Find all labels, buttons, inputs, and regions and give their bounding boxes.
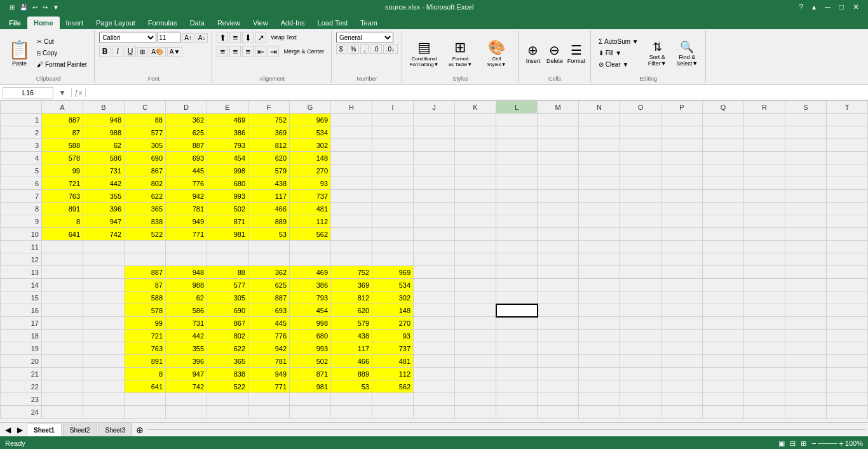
row-header-10[interactable]: 10 (1, 228, 42, 241)
cell-P5[interactable] (661, 164, 703, 177)
cell-T3[interactable] (827, 139, 868, 152)
decrease-indent-btn[interactable]: ⇤ (255, 46, 266, 57)
cell-F21[interactable]: 949 (248, 368, 290, 380)
cell-O11[interactable] (620, 241, 661, 253)
col-header-M[interactable]: M (538, 101, 579, 114)
cell-N2[interactable] (579, 126, 620, 139)
cell-P15[interactable] (661, 292, 703, 304)
cell-J12[interactable] (414, 253, 455, 266)
cell-L20[interactable] (496, 355, 538, 368)
cell-I15[interactable]: 302 (372, 292, 414, 304)
cell-B14[interactable] (83, 279, 125, 292)
cell-T12[interactable] (827, 253, 868, 266)
cell-Q13[interactable] (703, 266, 744, 279)
cell-M18[interactable] (538, 330, 579, 342)
cell-D17[interactable]: 731 (166, 317, 207, 330)
cell-O10[interactable] (620, 228, 661, 241)
cell-Q2[interactable] (703, 126, 744, 139)
decrease-decimal-btn[interactable]: .0↓ (383, 44, 398, 54)
font-size-input[interactable] (158, 32, 180, 43)
cell-P14[interactable] (661, 279, 703, 292)
cell-H22[interactable]: 53 (331, 380, 372, 393)
col-header-E[interactable]: E (207, 101, 248, 114)
sheet-tab-sheet1[interactable]: Sheet1 (27, 424, 62, 436)
col-header-R[interactable]: R (744, 101, 785, 114)
cell-L1[interactable] (496, 114, 538, 126)
tab-file[interactable]: File (3, 17, 27, 29)
border-button[interactable]: ⊞ (137, 47, 147, 57)
cell-Q1[interactable] (703, 114, 744, 126)
cell-A13[interactable] (42, 266, 83, 279)
cell-I1[interactable] (372, 114, 414, 126)
cell-E18[interactable]: 802 (207, 330, 248, 342)
cell-M21[interactable] (538, 368, 579, 380)
row-header-12[interactable]: 12 (1, 253, 42, 266)
align-middle-btn[interactable]: ≡ (229, 32, 241, 43)
cell-J17[interactable] (414, 317, 455, 330)
cell-T19[interactable] (827, 342, 868, 355)
cell-L18[interactable] (496, 330, 538, 342)
cell-B3[interactable]: 62 (83, 139, 125, 152)
cell-P12[interactable] (661, 253, 703, 266)
cell-E4[interactable]: 454 (207, 152, 248, 164)
cell-F23[interactable] (248, 393, 290, 406)
add-sheet-btn[interactable]: ⊕ (133, 425, 146, 435)
row-header-6[interactable]: 6 (1, 177, 42, 190)
cell-E11[interactable] (207, 241, 248, 253)
tab-page-layout[interactable]: Page Layout (90, 17, 142, 29)
cell-Q23[interactable] (703, 393, 744, 406)
cell-A12[interactable] (42, 253, 83, 266)
cell-F2[interactable]: 369 (248, 126, 290, 139)
cell-Q7[interactable] (703, 190, 744, 203)
tab-loadtest[interactable]: Load Test (311, 17, 355, 29)
formula-input[interactable] (88, 89, 865, 97)
cell-J7[interactable] (414, 190, 455, 203)
cell-E24[interactable] (207, 406, 248, 419)
comma-btn[interactable]: , (360, 44, 369, 54)
cell-J24[interactable] (414, 406, 455, 419)
cell-H5[interactable] (331, 164, 372, 177)
cell-I17[interactable]: 270 (372, 317, 414, 330)
cell-D3[interactable]: 887 (166, 139, 207, 152)
cell-N22[interactable] (579, 380, 620, 393)
cell-H7[interactable] (331, 190, 372, 203)
number-format-select[interactable]: General (336, 32, 393, 43)
scroll-tabs-right[interactable]: ▶ (15, 426, 25, 434)
insert-btn[interactable]: ⊕ Insert (523, 36, 543, 71)
cell-N24[interactable] (579, 406, 620, 419)
cell-C20[interactable]: 891 (125, 355, 166, 368)
cell-M4[interactable] (538, 152, 579, 164)
cell-Q3[interactable] (703, 139, 744, 152)
cell-G12[interactable] (290, 253, 331, 266)
cell-G14[interactable]: 386 (290, 279, 331, 292)
cell-G2[interactable]: 534 (290, 126, 331, 139)
cell-H15[interactable]: 812 (331, 292, 372, 304)
cell-G8[interactable]: 481 (290, 203, 331, 215)
cell-A2[interactable]: 87 (42, 126, 83, 139)
cell-C3[interactable]: 305 (125, 139, 166, 152)
cell-A4[interactable]: 578 (42, 152, 83, 164)
col-header-L[interactable]: L (496, 101, 538, 114)
tab-formulas[interactable]: Formulas (142, 17, 184, 29)
cell-L16[interactable] (496, 304, 538, 317)
cell-B20[interactable] (83, 355, 125, 368)
cell-E10[interactable]: 981 (207, 228, 248, 241)
cell-K14[interactable] (455, 279, 496, 292)
cell-G19[interactable]: 993 (290, 342, 331, 355)
cell-C24[interactable] (125, 406, 166, 419)
redo-btn[interactable]: ↪ (41, 3, 50, 11)
expand-formula-icon[interactable]: ▼ (56, 88, 69, 97)
cell-F8[interactable]: 466 (248, 203, 290, 215)
cell-T8[interactable] (827, 203, 868, 215)
cell-N12[interactable] (579, 253, 620, 266)
cell-E17[interactable]: 867 (207, 317, 248, 330)
cell-I16[interactable]: 148 (372, 304, 414, 317)
cell-E7[interactable]: 993 (207, 190, 248, 203)
cell-G10[interactable]: 562 (290, 228, 331, 241)
cell-M14[interactable] (538, 279, 579, 292)
cell-C12[interactable] (125, 253, 166, 266)
cell-J13[interactable] (414, 266, 455, 279)
cell-I21[interactable]: 112 (372, 368, 414, 380)
row-header-14[interactable]: 14 (1, 279, 42, 292)
cell-Q6[interactable] (703, 177, 744, 190)
